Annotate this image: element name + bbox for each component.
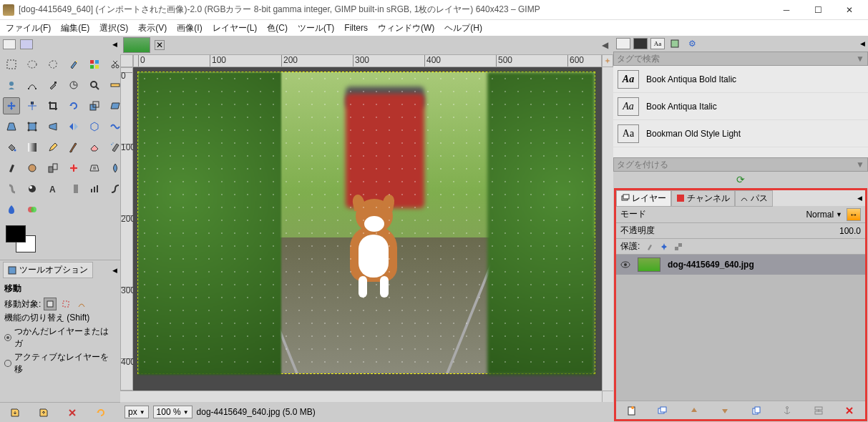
tool-rotate[interactable] [65, 97, 82, 114]
tool-blend[interactable] [24, 139, 41, 156]
font-item[interactable]: Aa Book Antiqua Italic [613, 93, 868, 120]
tool-heal[interactable] [65, 160, 82, 177]
font-item[interactable]: Aa Book Antiqua Bold Italic [613, 66, 868, 93]
move-target-selection-icon[interactable] [59, 298, 72, 310]
dock-config-icon[interactable]: ⚙ [685, 38, 699, 49]
move-target-layer-icon[interactable] [44, 298, 57, 310]
tool-flip[interactable] [65, 118, 82, 135]
font-item[interactable]: Aa Bookman Old Style Light [613, 120, 868, 147]
toolbox-tab-icon-2[interactable] [20, 39, 33, 49]
ruler-vertical[interactable]: 0 100 200 300 400 [120, 67, 133, 391]
eye-icon[interactable] [620, 260, 630, 270]
close-button[interactable]: ✕ [834, 0, 865, 20]
tool-color-picker[interactable] [44, 77, 62, 94]
tool-measure[interactable] [65, 77, 82, 94]
save-options-icon[interactable] [10, 408, 20, 418]
tool-foreground-select[interactable] [3, 77, 20, 94]
tool-pencil[interactable] [44, 139, 62, 156]
tool-dodge[interactable] [24, 180, 41, 197]
tool-color-balance[interactable] [3, 201, 20, 218]
tool-options-tab[interactable]: ツールオプション [3, 262, 93, 278]
tool-cage[interactable] [86, 118, 103, 135]
tool-crop[interactable] [44, 97, 62, 114]
mode-selector[interactable]: Normal ▼ [806, 210, 842, 220]
unit-selector[interactable]: px▼ [125, 406, 149, 418]
move-target-path-icon[interactable] [75, 298, 88, 310]
image-tab-close[interactable]: ✕ [155, 40, 165, 50]
lock-position-icon[interactable] [660, 242, 668, 251]
minimize-button[interactable]: ─ [771, 0, 802, 20]
image-tab-menu[interactable]: ◀ [599, 39, 610, 51]
tool-clone[interactable] [44, 160, 62, 177]
refresh-icon[interactable]: ⟳ [736, 174, 745, 185]
layer-down-icon[interactable] [718, 404, 731, 417]
layers-panel-menu[interactable]: ◀ [854, 195, 865, 202]
font-tag-input[interactable]: タグを付ける ▼ [613, 157, 868, 172]
tool-ellipse-select[interactable] [24, 56, 41, 73]
menu-help[interactable]: ヘルプ(H) [440, 21, 487, 36]
tool-mypaint[interactable] [24, 160, 41, 177]
tool-perspective-clone[interactable] [86, 160, 103, 177]
layer-delete-icon[interactable] [843, 404, 856, 417]
tool-align[interactable] [24, 97, 41, 114]
ruler-corner[interactable] [120, 54, 133, 67]
fg-color-swatch[interactable] [6, 225, 26, 242]
layer-row[interactable]: dog-4415649_640.jpg [616, 255, 865, 275]
fonts-tab-icon[interactable]: Aa [650, 38, 665, 49]
delete-options-icon[interactable] [67, 408, 77, 418]
canvas-nav-icon[interactable] [602, 54, 613, 67]
move-opt1-radio[interactable] [4, 334, 11, 341]
menu-edit[interactable]: 編集(E) [57, 21, 94, 36]
tab-paths[interactable]: パス [735, 190, 773, 207]
toolbox-tab-icon[interactable] [3, 39, 16, 49]
layer-anchor-icon[interactable] [781, 404, 794, 417]
history-tab-icon[interactable] [668, 38, 682, 49]
tool-perspective[interactable] [3, 118, 20, 135]
layer-list[interactable]: dog-4415649_640.jpg [616, 255, 865, 401]
tool-fuzzy-select[interactable] [65, 56, 82, 73]
font-list[interactable]: Aa Book Antiqua Bold Italic Aa Book Anti… [613, 66, 868, 157]
canvas-nav-button[interactable] [602, 391, 613, 402]
image-tab-thumb[interactable] [123, 37, 150, 53]
mode-switch-icon[interactable]: ↔ [847, 208, 861, 221]
menu-window[interactable]: ウィンドウ(W) [374, 21, 439, 36]
patterns-tab-icon[interactable] [633, 38, 648, 49]
tool-free-select[interactable] [44, 56, 62, 73]
horizontal-scrollbar[interactable] [133, 391, 602, 402]
layer-merge-icon[interactable] [812, 404, 825, 417]
zoom-selector[interactable]: 100 %▼ [153, 406, 192, 418]
menu-view[interactable]: 表示(V) [134, 21, 171, 36]
lock-alpha-icon[interactable] [674, 242, 683, 251]
menu-layer[interactable]: レイヤー(L) [208, 21, 262, 36]
move-opt2-radio[interactable] [4, 360, 11, 367]
tool-ink[interactable] [3, 160, 20, 177]
vertical-scrollbar[interactable] [602, 67, 613, 391]
brushes-tab-icon[interactable] [616, 38, 630, 49]
tool-move[interactable] [3, 97, 20, 114]
tool-unified-transform[interactable] [24, 118, 41, 135]
tab-channels[interactable]: チャンネル [671, 190, 735, 207]
menu-color[interactable]: 色(C) [263, 21, 292, 36]
tool-paintbrush[interactable] [65, 139, 82, 156]
tool-zoom[interactable] [86, 77, 103, 94]
maximize-button[interactable]: ☐ [802, 0, 834, 20]
layer-new-icon[interactable] [625, 404, 638, 417]
menu-tools[interactable]: ツール(T) [293, 21, 338, 36]
tool-hue-sat[interactable] [24, 201, 41, 218]
menu-image[interactable]: 画像(I) [172, 21, 206, 36]
tool-eraser[interactable] [86, 139, 103, 156]
tool-options-menu[interactable]: ◀ [112, 267, 117, 274]
reset-options-icon[interactable] [96, 408, 106, 418]
tool-scale[interactable] [86, 97, 103, 114]
menu-file[interactable]: ファイル(F) [1, 21, 55, 36]
tool-smudge[interactable] [3, 180, 20, 197]
layer-duplicate-icon[interactable] [750, 404, 763, 417]
tool-gegl[interactable] [65, 180, 82, 197]
tool-paths[interactable] [24, 77, 41, 94]
tab-layers[interactable]: レイヤー [616, 190, 671, 207]
menu-filters[interactable]: Filters [340, 21, 372, 34]
layer-name[interactable]: dog-4415649_640.jpg [668, 260, 754, 270]
layer-group-icon[interactable] [656, 404, 669, 417]
right-dock-menu[interactable]: ◀ [860, 40, 865, 47]
tool-bucket-fill[interactable] [3, 139, 20, 156]
